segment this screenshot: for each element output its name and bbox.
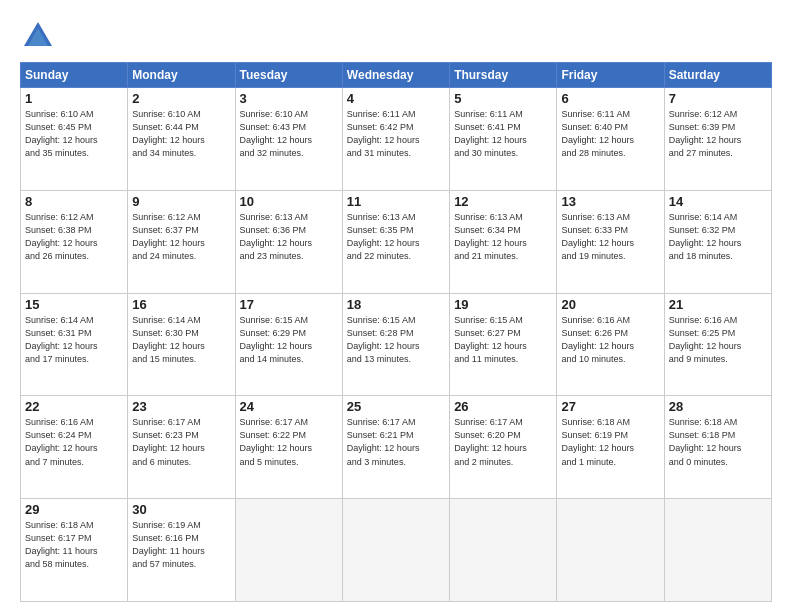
day-info: Sunrise: 6:12 AM Sunset: 6:39 PM Dayligh… [669, 108, 767, 160]
day-info: Sunrise: 6:19 AM Sunset: 6:16 PM Dayligh… [132, 519, 230, 571]
calendar-cell: 7Sunrise: 6:12 AM Sunset: 6:39 PM Daylig… [664, 88, 771, 191]
calendar-cell: 25Sunrise: 6:17 AM Sunset: 6:21 PM Dayli… [342, 396, 449, 499]
day-number: 21 [669, 297, 767, 312]
weekday-header: Monday [128, 63, 235, 88]
calendar-week-row: 29Sunrise: 6:18 AM Sunset: 6:17 PM Dayli… [21, 499, 772, 602]
day-info: Sunrise: 6:16 AM Sunset: 6:26 PM Dayligh… [561, 314, 659, 366]
day-number: 26 [454, 399, 552, 414]
calendar-cell: 15Sunrise: 6:14 AM Sunset: 6:31 PM Dayli… [21, 293, 128, 396]
day-info: Sunrise: 6:12 AM Sunset: 6:37 PM Dayligh… [132, 211, 230, 263]
weekday-header: Tuesday [235, 63, 342, 88]
day-number: 17 [240, 297, 338, 312]
day-number: 15 [25, 297, 123, 312]
calendar-cell: 20Sunrise: 6:16 AM Sunset: 6:26 PM Dayli… [557, 293, 664, 396]
day-number: 7 [669, 91, 767, 106]
calendar-cell: 11Sunrise: 6:13 AM Sunset: 6:35 PM Dayli… [342, 190, 449, 293]
day-number: 6 [561, 91, 659, 106]
calendar-week-row: 15Sunrise: 6:14 AM Sunset: 6:31 PM Dayli… [21, 293, 772, 396]
day-info: Sunrise: 6:13 AM Sunset: 6:35 PM Dayligh… [347, 211, 445, 263]
day-info: Sunrise: 6:18 AM Sunset: 6:18 PM Dayligh… [669, 416, 767, 468]
calendar-cell: 28Sunrise: 6:18 AM Sunset: 6:18 PM Dayli… [664, 396, 771, 499]
day-number: 30 [132, 502, 230, 517]
day-info: Sunrise: 6:12 AM Sunset: 6:38 PM Dayligh… [25, 211, 123, 263]
day-number: 19 [454, 297, 552, 312]
calendar-table: SundayMondayTuesdayWednesdayThursdayFrid… [20, 62, 772, 602]
day-info: Sunrise: 6:11 AM Sunset: 6:42 PM Dayligh… [347, 108, 445, 160]
calendar-cell [235, 499, 342, 602]
day-info: Sunrise: 6:17 AM Sunset: 6:22 PM Dayligh… [240, 416, 338, 468]
calendar-cell [557, 499, 664, 602]
day-info: Sunrise: 6:17 AM Sunset: 6:20 PM Dayligh… [454, 416, 552, 468]
calendar-cell: 14Sunrise: 6:14 AM Sunset: 6:32 PM Dayli… [664, 190, 771, 293]
calendar-cell: 21Sunrise: 6:16 AM Sunset: 6:25 PM Dayli… [664, 293, 771, 396]
calendar-cell: 30Sunrise: 6:19 AM Sunset: 6:16 PM Dayli… [128, 499, 235, 602]
day-info: Sunrise: 6:15 AM Sunset: 6:28 PM Dayligh… [347, 314, 445, 366]
day-number: 12 [454, 194, 552, 209]
weekday-header: Saturday [664, 63, 771, 88]
calendar-cell: 18Sunrise: 6:15 AM Sunset: 6:28 PM Dayli… [342, 293, 449, 396]
day-info: Sunrise: 6:11 AM Sunset: 6:41 PM Dayligh… [454, 108, 552, 160]
header [20, 18, 772, 54]
day-number: 5 [454, 91, 552, 106]
calendar-cell: 12Sunrise: 6:13 AM Sunset: 6:34 PM Dayli… [450, 190, 557, 293]
day-number: 25 [347, 399, 445, 414]
calendar-week-row: 1Sunrise: 6:10 AM Sunset: 6:45 PM Daylig… [21, 88, 772, 191]
calendar-cell: 1Sunrise: 6:10 AM Sunset: 6:45 PM Daylig… [21, 88, 128, 191]
day-info: Sunrise: 6:10 AM Sunset: 6:43 PM Dayligh… [240, 108, 338, 160]
calendar-cell [664, 499, 771, 602]
calendar-cell: 4Sunrise: 6:11 AM Sunset: 6:42 PM Daylig… [342, 88, 449, 191]
day-number: 4 [347, 91, 445, 106]
calendar-cell [342, 499, 449, 602]
calendar-cell: 6Sunrise: 6:11 AM Sunset: 6:40 PM Daylig… [557, 88, 664, 191]
day-info: Sunrise: 6:10 AM Sunset: 6:45 PM Dayligh… [25, 108, 123, 160]
calendar-body: 1Sunrise: 6:10 AM Sunset: 6:45 PM Daylig… [21, 88, 772, 602]
calendar-cell: 23Sunrise: 6:17 AM Sunset: 6:23 PM Dayli… [128, 396, 235, 499]
day-info: Sunrise: 6:17 AM Sunset: 6:21 PM Dayligh… [347, 416, 445, 468]
day-number: 1 [25, 91, 123, 106]
day-number: 28 [669, 399, 767, 414]
day-info: Sunrise: 6:17 AM Sunset: 6:23 PM Dayligh… [132, 416, 230, 468]
calendar-cell: 13Sunrise: 6:13 AM Sunset: 6:33 PM Dayli… [557, 190, 664, 293]
calendar-week-row: 8Sunrise: 6:12 AM Sunset: 6:38 PM Daylig… [21, 190, 772, 293]
calendar-cell: 8Sunrise: 6:12 AM Sunset: 6:38 PM Daylig… [21, 190, 128, 293]
day-number: 14 [669, 194, 767, 209]
calendar-cell: 26Sunrise: 6:17 AM Sunset: 6:20 PM Dayli… [450, 396, 557, 499]
day-info: Sunrise: 6:13 AM Sunset: 6:34 PM Dayligh… [454, 211, 552, 263]
page: SundayMondayTuesdayWednesdayThursdayFrid… [0, 0, 792, 612]
day-number: 11 [347, 194, 445, 209]
day-number: 2 [132, 91, 230, 106]
weekday-header: Friday [557, 63, 664, 88]
weekday-header: Sunday [21, 63, 128, 88]
day-number: 16 [132, 297, 230, 312]
calendar-cell: 27Sunrise: 6:18 AM Sunset: 6:19 PM Dayli… [557, 396, 664, 499]
calendar-cell: 22Sunrise: 6:16 AM Sunset: 6:24 PM Dayli… [21, 396, 128, 499]
day-number: 22 [25, 399, 123, 414]
day-number: 9 [132, 194, 230, 209]
calendar-week-row: 22Sunrise: 6:16 AM Sunset: 6:24 PM Dayli… [21, 396, 772, 499]
day-info: Sunrise: 6:18 AM Sunset: 6:17 PM Dayligh… [25, 519, 123, 571]
day-info: Sunrise: 6:14 AM Sunset: 6:31 PM Dayligh… [25, 314, 123, 366]
day-info: Sunrise: 6:13 AM Sunset: 6:36 PM Dayligh… [240, 211, 338, 263]
day-info: Sunrise: 6:10 AM Sunset: 6:44 PM Dayligh… [132, 108, 230, 160]
day-info: Sunrise: 6:16 AM Sunset: 6:25 PM Dayligh… [669, 314, 767, 366]
calendar-cell: 16Sunrise: 6:14 AM Sunset: 6:30 PM Dayli… [128, 293, 235, 396]
calendar-cell: 29Sunrise: 6:18 AM Sunset: 6:17 PM Dayli… [21, 499, 128, 602]
calendar-cell: 9Sunrise: 6:12 AM Sunset: 6:37 PM Daylig… [128, 190, 235, 293]
day-number: 13 [561, 194, 659, 209]
day-info: Sunrise: 6:13 AM Sunset: 6:33 PM Dayligh… [561, 211, 659, 263]
day-number: 24 [240, 399, 338, 414]
weekday-header: Thursday [450, 63, 557, 88]
calendar-cell: 10Sunrise: 6:13 AM Sunset: 6:36 PM Dayli… [235, 190, 342, 293]
weekday-header: Wednesday [342, 63, 449, 88]
day-number: 10 [240, 194, 338, 209]
day-number: 18 [347, 297, 445, 312]
calendar-cell: 17Sunrise: 6:15 AM Sunset: 6:29 PM Dayli… [235, 293, 342, 396]
logo-icon [20, 18, 56, 54]
day-number: 8 [25, 194, 123, 209]
calendar-cell: 3Sunrise: 6:10 AM Sunset: 6:43 PM Daylig… [235, 88, 342, 191]
calendar-cell: 5Sunrise: 6:11 AM Sunset: 6:41 PM Daylig… [450, 88, 557, 191]
day-info: Sunrise: 6:18 AM Sunset: 6:19 PM Dayligh… [561, 416, 659, 468]
logo [20, 18, 60, 54]
calendar-cell: 2Sunrise: 6:10 AM Sunset: 6:44 PM Daylig… [128, 88, 235, 191]
calendar-cell: 19Sunrise: 6:15 AM Sunset: 6:27 PM Dayli… [450, 293, 557, 396]
